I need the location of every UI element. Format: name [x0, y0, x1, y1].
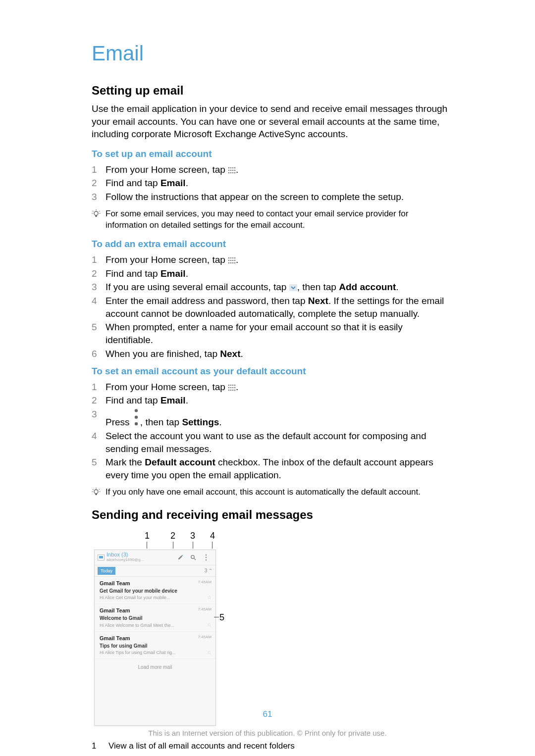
email-list-item[interactable]: Gmail TeamGet Gmail for your mobile devi…: [95, 577, 215, 604]
step-number: 6: [92, 348, 106, 360]
callout-label: 3: [190, 530, 195, 542]
svg-point-12: [94, 211, 98, 215]
svg-point-26: [234, 260, 236, 261]
svg-point-41: [230, 390, 232, 391]
email-time: 7:45AM: [198, 635, 212, 640]
svg-point-36: [228, 387, 230, 389]
svg-point-10: [232, 172, 234, 173]
svg-point-11: [234, 172, 236, 173]
svg-point-21: [232, 257, 234, 259]
star-icon[interactable]: ☆: [207, 594, 212, 601]
svg-point-44: [135, 409, 138, 412]
today-badge: Today: [98, 567, 115, 575]
svg-line-16: [99, 211, 100, 212]
step-text: Find and tap Email.: [106, 267, 188, 280]
svg-point-33: [230, 385, 232, 386]
email-list-item[interactable]: Gmail TeamTips for using GmailHi Alice T…: [95, 632, 215, 659]
svg-point-35: [234, 385, 236, 386]
svg-point-27: [228, 262, 230, 264]
svg-point-1: [230, 167, 232, 168]
svg-point-55: [191, 555, 194, 558]
step-text: From your Home screen, tap .: [106, 381, 238, 394]
email-app-figure: 1 2 3 4 Inbox (3) alicehooey1690@g... To…: [92, 530, 228, 726]
overflow-dots-icon: [132, 408, 140, 415]
intro-text: Use the email application in your device…: [92, 102, 451, 141]
step-number: 5: [92, 321, 106, 334]
svg-point-47: [94, 490, 98, 494]
svg-point-19: [228, 257, 230, 259]
svg-point-25: [232, 260, 234, 261]
email-time: 7:45AM: [198, 580, 212, 585]
svg-point-28: [230, 262, 232, 264]
callout-label: 1: [145, 530, 150, 542]
svg-point-24: [230, 260, 232, 261]
step-text: Find and tap Email.: [106, 177, 188, 190]
svg-point-54: [182, 555, 183, 556]
date-group-row[interactable]: Today 3 ⌃: [95, 565, 215, 577]
svg-point-7: [234, 169, 236, 171]
section-send-receive: Sending and receiving email messages: [92, 507, 451, 523]
page-footer: This is an Internet version of this publ…: [0, 728, 535, 738]
svg-rect-13: [96, 215, 97, 217]
tip-text: If you only have one email account, this…: [106, 487, 421, 498]
account-email: alicehooey1690@g...: [107, 557, 144, 563]
figure-ticks: [94, 542, 228, 550]
apps-grid-icon: [228, 254, 236, 261]
legend-number: 1: [92, 741, 108, 752]
star-icon[interactable]: ☆: [207, 621, 212, 628]
email-subject: Get Gmail for your mobile device: [100, 588, 212, 595]
step-text: Press , then tap Settings.: [106, 408, 222, 429]
email-preview: Hi Alice Get Gmail for your mobile...: [100, 595, 212, 601]
callout-label: 5: [219, 611, 224, 623]
star-icon[interactable]: ☆: [207, 649, 212, 656]
today-count: 3 ⌃: [205, 567, 213, 574]
svg-point-2: [232, 167, 234, 168]
email-subject: Welcome to Gmail: [100, 615, 212, 622]
svg-point-3: [234, 167, 236, 168]
figure-labels-top: 1 2 3 4: [94, 530, 228, 542]
svg-point-40: [228, 390, 230, 391]
apps-grid-icon: [228, 382, 236, 389]
svg-point-39: [234, 387, 236, 389]
svg-point-42: [232, 390, 234, 391]
page-title: Email: [92, 40, 451, 68]
svg-point-58: [206, 557, 207, 558]
step-number: 3: [92, 191, 106, 203]
overflow-dots-icon[interactable]: [203, 554, 210, 561]
email-preview: Hi Alice Tips for using Gmail Chat rig..…: [100, 650, 212, 655]
svg-point-29: [232, 262, 234, 264]
app-topbar: Inbox (3) alicehooey1690@g...: [95, 550, 215, 565]
svg-line-50: [93, 489, 94, 490]
step-text: Mark the Default account checkbox. The i…: [106, 456, 451, 481]
compose-icon[interactable]: [177, 554, 184, 561]
svg-rect-48: [96, 494, 97, 495]
callout-label: 2: [170, 530, 175, 542]
step-number: 4: [92, 430, 106, 443]
step-number: 1: [92, 163, 106, 176]
svg-point-59: [206, 559, 207, 560]
step-number: 2: [92, 177, 106, 190]
legend-text: View a list of all email accounts and re…: [108, 741, 295, 752]
search-icon[interactable]: [190, 554, 197, 561]
svg-point-30: [234, 262, 236, 264]
svg-point-6: [232, 169, 234, 171]
inbox-label[interactable]: Inbox (3): [107, 552, 144, 557]
step-text: Enter the email address and password, th…: [106, 295, 451, 320]
svg-point-46: [135, 422, 138, 425]
email-preview: Hi Alice Welcome to Gmail Meet the...: [100, 622, 212, 628]
step-text: If you are using several email accounts,…: [106, 281, 399, 294]
step-text: From your Home screen, tap .: [106, 253, 238, 266]
apps-grid-icon: [228, 164, 236, 171]
step-text: From your Home screen, tap .: [106, 163, 238, 176]
step-number: 2: [92, 394, 106, 407]
account-dropdown-icon[interactable]: [98, 554, 105, 560]
step-number: 4: [92, 295, 106, 307]
svg-point-23: [228, 260, 230, 261]
email-list-item[interactable]: Gmail TeamWelcome to GmailHi Alice Welco…: [95, 604, 215, 631]
callout-label: 4: [210, 530, 215, 542]
step-text: Follow the instructions that appear on t…: [106, 191, 404, 203]
figure-legend: 1 View a list of all email accounts and …: [92, 741, 451, 756]
svg-point-32: [228, 385, 230, 386]
email-sender: Gmail Team: [100, 607, 212, 614]
tip-bulb-icon: [92, 487, 106, 500]
